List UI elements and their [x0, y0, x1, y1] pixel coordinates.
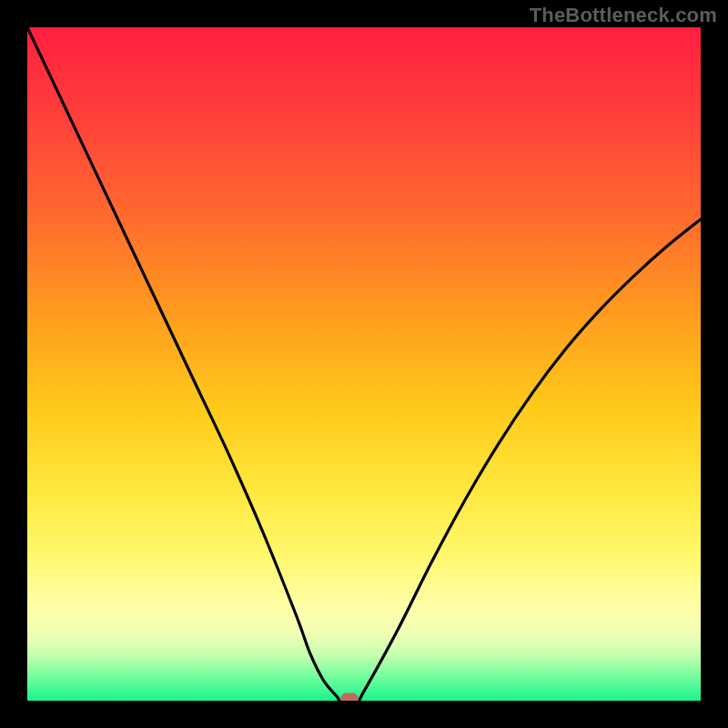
bottleneck-curve — [27, 27, 701, 701]
plot-area — [27, 27, 701, 701]
chart-frame: TheBottleneck.com — [0, 0, 728, 728]
optimum-marker-icon — [340, 693, 359, 701]
watermark-text: TheBottleneck.com — [530, 4, 717, 27]
